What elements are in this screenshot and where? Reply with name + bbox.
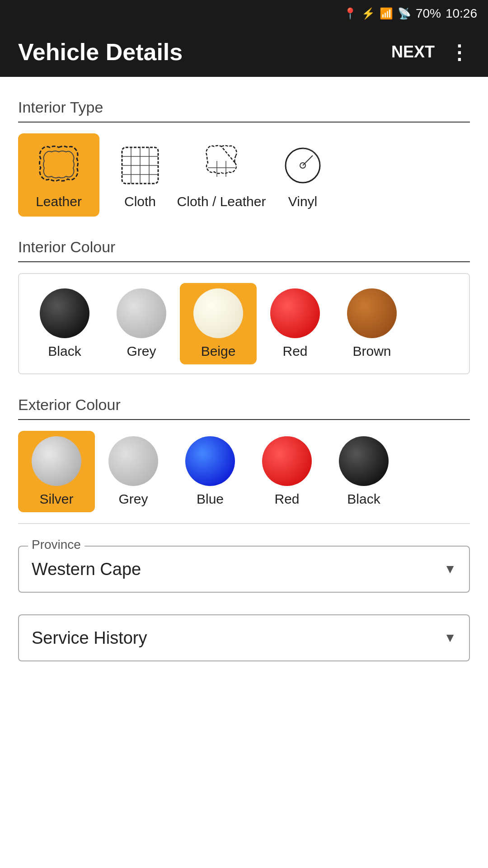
vinyl-icon <box>278 141 328 190</box>
interior-type-row: Leather Cloth <box>18 133 470 217</box>
province-legend: Province <box>28 538 84 552</box>
interior-colour-grey[interactable]: Grey <box>103 283 180 364</box>
interior-colour-row: Black Grey Beige Red Brown <box>26 283 462 364</box>
cloth-label: Cloth <box>124 194 156 209</box>
red-circle <box>270 288 320 338</box>
exterior-silver-label: Silver <box>39 491 73 507</box>
exterior-colour-blue[interactable]: Blue <box>172 431 249 512</box>
interior-type-cloth-leather[interactable]: Cloth / Leather <box>181 133 262 217</box>
interior-type-vinyl[interactable]: Vinyl <box>262 133 343 217</box>
exterior-colour-bottom-divider <box>18 523 470 524</box>
beige-circle <box>193 288 243 338</box>
interior-type-section: Interior Type Leather <box>18 99 470 217</box>
province-arrow-icon: ▼ <box>444 562 456 576</box>
red-ext-circle <box>262 436 312 486</box>
exterior-colour-black[interactable]: Black <box>325 431 402 512</box>
exterior-colour-section: Exterior Colour Silver Grey Blue Red <box>18 396 470 524</box>
service-history-dropdown[interactable]: Service History ▼ <box>32 615 456 660</box>
province-dropdown[interactable]: Western Cape ▼ <box>32 547 456 592</box>
cloth-icon <box>115 141 165 190</box>
leather-label: Leather <box>36 194 82 209</box>
interior-grey-label: Grey <box>127 344 156 359</box>
interior-type-divider <box>18 122 470 123</box>
exterior-colour-grey[interactable]: Grey <box>95 431 172 512</box>
province-value: Western Cape <box>32 560 141 579</box>
status-bar: 📍 ⚡ 📶 📡 70% 10:26 <box>0 0 488 27</box>
exterior-colour-silver[interactable]: Silver <box>18 431 95 512</box>
exterior-red-label: Red <box>274 491 299 507</box>
main-content: Interior Type Leather <box>0 77 488 705</box>
service-history-dropdown-container: Service History ▼ <box>18 614 470 661</box>
cloth-leather-icon <box>197 141 246 190</box>
exterior-colour-row: Silver Grey Blue Red Black <box>18 431 470 512</box>
bluetooth-icon: ⚡ <box>361 7 375 20</box>
grey-int-circle <box>117 288 166 338</box>
exterior-colour-divider <box>18 419 470 420</box>
interior-colour-red[interactable]: Red <box>257 283 333 364</box>
interior-colour-container: Black Grey Beige Red Brown <box>18 273 470 374</box>
time-text: 10:26 <box>446 6 477 21</box>
interior-colour-beige[interactable]: Beige <box>180 283 257 364</box>
app-bar-actions: NEXT ⋮ <box>391 41 470 64</box>
cloth-leather-label: Cloth / Leather <box>177 194 266 209</box>
next-button[interactable]: NEXT <box>391 42 435 61</box>
black-circle <box>40 288 89 338</box>
interior-type-cloth[interactable]: Cloth <box>99 133 181 217</box>
black-ext-circle <box>339 436 389 486</box>
interior-colour-section: Interior Colour Black Grey Beige <box>18 238 470 374</box>
battery-text: 70% <box>416 6 441 21</box>
interior-type-leather[interactable]: Leather <box>18 133 99 217</box>
interior-brown-label: Brown <box>352 344 391 359</box>
brown-circle <box>347 288 397 338</box>
province-dropdown-container: Province Western Cape ▼ <box>18 546 470 593</box>
interior-beige-label: Beige <box>201 344 236 359</box>
exterior-black-label: Black <box>347 491 380 507</box>
wifi-icon: 📡 <box>398 7 411 20</box>
exterior-blue-label: Blue <box>197 491 224 507</box>
leather-icon <box>34 141 84 190</box>
silver-circle <box>32 436 81 486</box>
interior-black-label: Black <box>48 344 81 359</box>
interior-colour-label: Interior Colour <box>18 238 470 256</box>
exterior-colour-red[interactable]: Red <box>249 431 325 512</box>
grey-ext-circle <box>108 436 158 486</box>
exterior-grey-label: Grey <box>118 491 148 507</box>
app-bar: Vehicle Details NEXT ⋮ <box>0 27 488 77</box>
interior-colour-brown[interactable]: Brown <box>333 283 410 364</box>
signal-icon: 📶 <box>380 7 393 20</box>
blue-circle <box>185 436 235 486</box>
exterior-colour-label: Exterior Colour <box>18 396 470 414</box>
status-icons: 📍 ⚡ 📶 📡 70% 10:26 <box>343 6 477 21</box>
service-history-value: Service History <box>32 628 147 648</box>
more-menu-button[interactable]: ⋮ <box>449 41 470 64</box>
interior-colour-divider <box>18 261 470 262</box>
page-title: Vehicle Details <box>18 38 183 66</box>
vinyl-label: Vinyl <box>288 194 317 209</box>
interior-colour-black[interactable]: Black <box>26 283 103 364</box>
interior-red-label: Red <box>282 344 307 359</box>
interior-type-label: Interior Type <box>18 99 470 116</box>
location-icon: 📍 <box>343 7 357 20</box>
service-history-arrow-icon: ▼ <box>444 631 456 645</box>
